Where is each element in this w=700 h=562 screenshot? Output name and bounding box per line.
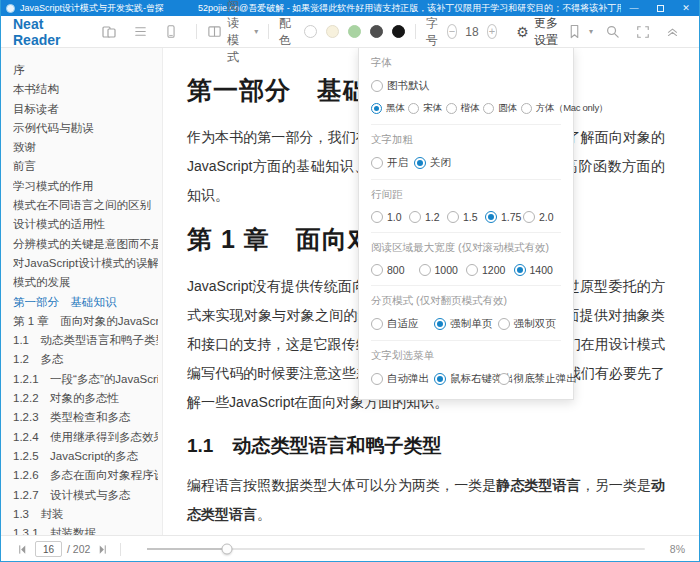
settings-section-label: 行间距 — [371, 188, 561, 202]
more-settings-button[interactable]: ⚙ 更多设置 — [516, 15, 560, 49]
progress-slider-handle[interactable] — [221, 544, 232, 555]
close-button[interactable]: ✕ — [673, 0, 699, 16]
toc-item[interactable]: 模式在不同语言之间的区别 — [13, 196, 158, 215]
toc-item[interactable]: 1.2.2 对象的多态性 — [13, 389, 158, 408]
toc-item[interactable]: 1.3 封装 — [13, 505, 158, 524]
radio-icon — [371, 211, 383, 223]
gear-icon: ⚙ — [516, 25, 529, 39]
settings-section-label: 字体 — [371, 56, 561, 70]
radio-option[interactable]: 彻底禁止弹出 — [498, 372, 561, 386]
toc-item[interactable]: 1.2.5 JavaScript的多态 — [13, 447, 158, 466]
radio-option[interactable]: 宋体 — [408, 102, 441, 115]
toc-item[interactable]: 示例代码与勘误 — [13, 119, 158, 138]
radio-option[interactable]: 图书默认 — [371, 79, 429, 93]
theme-swatch-black[interactable] — [392, 25, 405, 38]
toc-item[interactable]: 1.2.6 多态在面向对象程序设计… — [13, 466, 158, 485]
radio-option-label: 1400 — [530, 264, 553, 276]
settings-radio-row: 自适应强制单页强制双页 — [371, 317, 561, 331]
radio-option[interactable]: 1.5 — [447, 211, 485, 223]
toc-item[interactable]: 1.1 动态类型语言和鸭子类型 — [13, 331, 158, 350]
search-icon[interactable] — [605, 24, 620, 39]
radio-option-label: 自动弹出 — [387, 372, 429, 386]
font-size-value: 18 — [465, 25, 478, 39]
radio-option-label: 圆体 — [498, 102, 516, 115]
radio-option-label: 宋体 — [423, 102, 441, 115]
toc-item[interactable]: 模式的发展 — [13, 273, 158, 292]
radio-option[interactable]: 强制单页 — [434, 317, 497, 331]
radio-option[interactable]: 方体（Mac only） — [521, 102, 608, 115]
radio-option[interactable]: 圆体 — [483, 102, 516, 115]
radio-option[interactable]: 1000 — [419, 264, 467, 276]
radio-icon — [466, 264, 478, 276]
fullscreen-icon[interactable] — [636, 25, 650, 39]
toc-item[interactable]: 致谢 — [13, 138, 158, 157]
radio-selected-icon — [434, 373, 446, 385]
statusbar-divider — [120, 543, 121, 556]
radio-option[interactable]: 强制双页 — [498, 317, 561, 331]
radio-option-label: 黑体 — [386, 102, 404, 115]
radio-option[interactable]: 鼠标右键弹出 — [434, 372, 497, 386]
maximize-button[interactable] — [647, 0, 673, 16]
device-icon[interactable] — [164, 24, 178, 39]
radio-option[interactable]: 黑体 — [371, 102, 404, 115]
toc-item[interactable]: 1.2.7 设计模式与多态 — [13, 486, 158, 505]
text-segment: 静态类型语言 — [496, 477, 580, 493]
settings-section-label: 阅读区域最大宽度 (仅对滚动模式有效) — [371, 241, 561, 255]
radio-option-label: 1.5 — [463, 211, 478, 223]
radio-option[interactable]: 800 — [371, 264, 419, 276]
page-number-input[interactable] — [35, 541, 62, 557]
bookmark-chevron-icon[interactable]: ▾ — [589, 27, 593, 36]
toc-item[interactable]: 前言 — [13, 157, 158, 176]
minimize-button[interactable]: — — [621, 0, 647, 16]
radio-option[interactable]: 1.0 — [371, 211, 409, 223]
last-page-button[interactable] — [97, 544, 108, 555]
toc-item[interactable]: 1.2.1 一段“多态”的JavaScript代码 — [13, 370, 158, 389]
toc-item[interactable]: 第一部分 基础知识 — [13, 293, 158, 312]
toc-item[interactable]: 1.2 多态 — [13, 350, 158, 369]
toc-item[interactable]: 序 — [13, 61, 158, 80]
toc-item[interactable]: 目标读者 — [13, 100, 158, 119]
contents-icon[interactable] — [133, 24, 148, 39]
toc-item[interactable]: 对JavaScript设计模式的误解 — [13, 254, 158, 273]
settings-section: 字体图书默认黑体宋体楷体圆体方体（Mac only） — [371, 48, 561, 125]
toc-item[interactable]: 设计模式的适用性 — [13, 215, 158, 234]
radio-option[interactable]: 自动弹出 — [371, 372, 434, 386]
radio-option[interactable]: 1.2 — [409, 211, 447, 223]
theme-swatch-cream[interactable] — [326, 25, 339, 38]
toolbar-divider — [196, 24, 197, 39]
theme-swatch-green[interactable] — [348, 25, 361, 38]
theme-swatch-white[interactable] — [304, 25, 317, 38]
radio-option-label: 楷体 — [461, 102, 479, 115]
radio-option[interactable]: 1200 — [466, 264, 514, 276]
radio-option[interactable]: 2.0 — [523, 211, 561, 223]
first-page-button[interactable] — [17, 544, 28, 555]
collapse-toolbar-icon[interactable] — [666, 25, 679, 38]
toc-item[interactable]: 1.3.1 封装数据 — [13, 524, 158, 535]
radio-option-label: 图书默认 — [387, 79, 429, 93]
toc-item[interactable]: 1.2.3 类型检查和多态 — [13, 408, 158, 427]
toc-item[interactable]: 分辨模式的关键是意图而不是结构 — [13, 235, 158, 254]
toc-item[interactable]: 第 1 章 面向对象的JavaScript — [13, 312, 158, 331]
progress-slider-fill — [147, 548, 227, 550]
settings-sections: 字体图书默认黑体宋体楷体圆体方体（Mac only）文字加粗开启关闭行间距1.0… — [371, 48, 561, 395]
radio-option-label: 自适应 — [387, 317, 419, 331]
toc-item[interactable]: 1.2.4 使用继承得到多态效果 — [13, 428, 158, 447]
library-icon[interactable] — [101, 24, 117, 40]
radio-icon — [419, 264, 431, 276]
radio-option[interactable]: 1.75 — [485, 211, 523, 223]
font-size-increase-button[interactable]: + — [487, 24, 498, 39]
radio-option[interactable]: 楷体 — [446, 102, 479, 115]
toc-item[interactable]: 学习模式的作用 — [13, 177, 158, 196]
settings-section: 文字划选菜单自动弹出鼠标右键弹出彻底禁止弹出 — [371, 341, 561, 395]
progress-percent: 8% — [661, 543, 685, 555]
font-size-decrease-button[interactable]: − — [447, 24, 458, 39]
theme-swatch-dark-gray[interactable] — [370, 25, 383, 38]
radio-option-label: 1.0 — [387, 211, 402, 223]
radio-option[interactable]: 1400 — [514, 264, 562, 276]
radio-option[interactable]: 关闭 — [414, 156, 451, 170]
progress-slider[interactable] — [147, 548, 645, 550]
toc-item[interactable]: 本书结构 — [13, 80, 158, 99]
bookmark-button[interactable] — [568, 24, 581, 39]
radio-option[interactable]: 开启 — [371, 156, 408, 170]
radio-option[interactable]: 自适应 — [371, 317, 434, 331]
